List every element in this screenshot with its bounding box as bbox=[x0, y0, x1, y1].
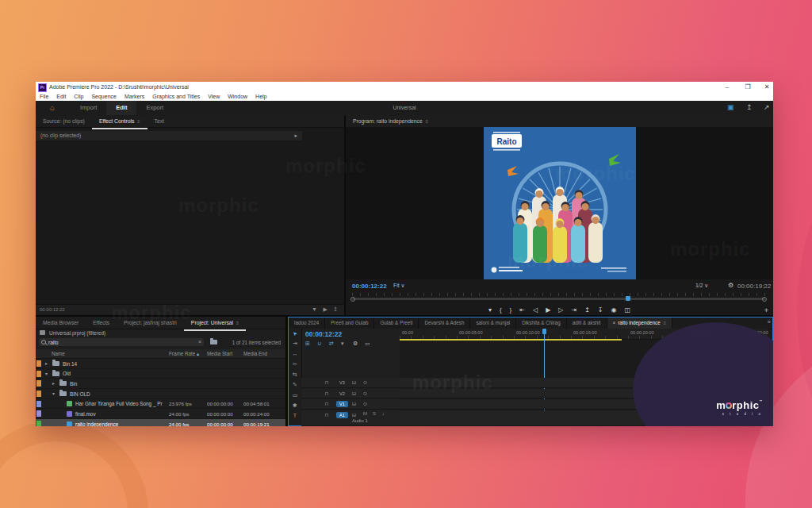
column-media-end[interactable]: Media End bbox=[243, 351, 267, 356]
label-color-swatch[interactable] bbox=[36, 371, 41, 377]
panel-menu-icon[interactable]: ≡ bbox=[661, 321, 666, 325]
search-input[interactable]: raito × bbox=[39, 338, 204, 346]
menu-help[interactable]: Help bbox=[251, 92, 270, 101]
sequence-tab-gulab-preeti[interactable]: Gulab & Preeti bbox=[374, 318, 419, 329]
zoom-level-dropdown[interactable]: Fit ∨ bbox=[393, 283, 404, 289]
toggle-output-icon[interactable]: ⊙ bbox=[363, 401, 367, 406]
lock-icon[interactable]: ⊓ bbox=[325, 379, 329, 385]
menu-edit[interactable]: Edit bbox=[52, 92, 70, 101]
column-name[interactable]: Name bbox=[52, 351, 65, 356]
new-bin-icon[interactable] bbox=[210, 340, 217, 344]
track-target-v3[interactable]: V3 bbox=[336, 379, 348, 386]
collapse-icon[interactable]: ▾ bbox=[45, 371, 48, 376]
timeline-settings-icon[interactable]: ⚙ bbox=[353, 341, 358, 347]
expand-arrow-icon[interactable]: ▸ bbox=[295, 131, 297, 140]
nest-sequence-icon[interactable]: ⊞ bbox=[305, 341, 310, 347]
menu-file[interactable]: File bbox=[36, 92, 52, 101]
label-color-swatch[interactable] bbox=[36, 410, 41, 417]
sequence-tab-saloni-munjal[interactable]: saloni & munjal bbox=[470, 318, 516, 329]
type-tool[interactable]: T bbox=[289, 413, 301, 418]
track-target-a1[interactable]: A1 bbox=[336, 412, 348, 418]
close-button[interactable]: ✕ bbox=[759, 82, 773, 92]
timeline-timecode[interactable]: 00:00:12:22 bbox=[305, 330, 342, 338]
sequence-tab-dikshita-chirag[interactable]: Dikshita & Chirag bbox=[516, 318, 567, 329]
menu-sequence[interactable]: Sequence bbox=[87, 92, 121, 101]
lock-icon[interactable]: ⊓ bbox=[325, 412, 329, 418]
tab-text[interactable]: Text bbox=[147, 115, 171, 127]
label-color-swatch[interactable] bbox=[36, 360, 41, 367]
tab-effects[interactable]: Effects bbox=[86, 317, 117, 329]
table-row-raito-independence[interactable]: raito independence24.00 fps00:00:00:0000… bbox=[36, 419, 285, 426]
quick-export-icon[interactable]: ↥ bbox=[746, 103, 753, 111]
table-row-bin-old[interactable]: ▾BIN OLD bbox=[36, 389, 285, 399]
menu-graphics-and-titles[interactable]: Graphics and Titles bbox=[148, 92, 204, 101]
program-timecode[interactable]: 00:00:12:22 bbox=[352, 283, 387, 290]
clear-search-icon[interactable]: × bbox=[198, 339, 201, 344]
slip-tool[interactable]: ⇆ bbox=[289, 371, 301, 378]
table-row-final-mov[interactable]: final.mov24.00 fps00:00:00:0000:00:24:00 bbox=[36, 409, 285, 419]
lock-icon[interactable]: ⊓ bbox=[325, 401, 329, 406]
label-color-swatch[interactable] bbox=[36, 401, 41, 407]
menu-clip[interactable]: Clip bbox=[70, 92, 87, 101]
solo-icon[interactable]: S bbox=[373, 411, 376, 416]
sequence-tab-aditi-akshit[interactable]: aditi & akshit bbox=[567, 318, 607, 329]
bin-name[interactable]: BIN OLD bbox=[70, 391, 90, 397]
panel-menu-icon[interactable]: ≡ bbox=[134, 119, 140, 124]
tab-source-no-clips[interactable]: Source: (no clips) bbox=[36, 115, 92, 127]
tab-media-browser[interactable]: Media Browser bbox=[36, 317, 86, 329]
panel-menu-icon[interactable]: ≡ bbox=[424, 119, 429, 124]
sequence-tab-preeti-and-gulab[interactable]: Preeti and Gulab bbox=[325, 318, 374, 329]
rectangle-tool[interactable]: ▭ bbox=[289, 392, 301, 398]
voiceover-icon[interactable]: ♩ bbox=[382, 411, 387, 416]
menu-window[interactable]: Window bbox=[224, 92, 251, 101]
tab-project-jashraj-shastri[interactable]: Project: jashraj shastri bbox=[117, 317, 184, 329]
table-row-har-ghar-tiranga-full-video-song-pr[interactable]: Har Ghar Tiranga Full Video Song _ Pr23.… bbox=[36, 399, 285, 410]
toggle-output-icon[interactable]: ⊙ bbox=[363, 391, 367, 396]
selection-tool[interactable]: ➤ bbox=[289, 327, 302, 341]
tab-effect-controls[interactable]: Effect Controls ≡ bbox=[92, 115, 147, 129]
sync-lock-icon[interactable]: ⊟ bbox=[352, 401, 356, 406]
column-media-start[interactable]: Media Start bbox=[207, 351, 232, 356]
quick-export-icon[interactable]: ↥ bbox=[333, 306, 338, 313]
menu-view[interactable]: View bbox=[204, 92, 224, 101]
track-target-v1[interactable]: V1 bbox=[336, 401, 348, 407]
track-select-tool[interactable]: ⇥ bbox=[289, 341, 301, 347]
column-frame-rate[interactable]: Frame Rate ▴ bbox=[169, 351, 199, 356]
track-target-v2[interactable]: V2 bbox=[336, 391, 348, 397]
scrubber-track[interactable] bbox=[352, 298, 765, 300]
playback-resolution-dropdown[interactable]: 1/2 ∨ bbox=[695, 283, 708, 289]
timeline-playhead-head[interactable] bbox=[542, 329, 546, 334]
minimize-button[interactable]: – bbox=[719, 82, 735, 92]
table-row-old[interactable]: ▾Old bbox=[36, 369, 285, 379]
expand-icon[interactable]: ▸ bbox=[45, 360, 48, 366]
program-scrubber[interactable] bbox=[346, 293, 773, 302]
table-row-bin-14[interactable]: ▸Bin 14 bbox=[36, 359, 285, 369]
tab-overflow-icon[interactable]: » bbox=[768, 318, 771, 325]
sequence-tab-devarshi-adesh[interactable]: Devarshi & Adesh bbox=[419, 318, 470, 329]
restore-button[interactable]: ❐ bbox=[740, 82, 756, 92]
program-playhead[interactable] bbox=[626, 296, 630, 301]
toggle-output-icon[interactable]: ⊙ bbox=[363, 379, 367, 385]
sync-lock-icon[interactable]: ⊟ bbox=[352, 391, 356, 396]
label-color-swatch[interactable] bbox=[36, 380, 41, 387]
expand-icon[interactable]: ▸ bbox=[52, 380, 55, 386]
sync-lock-icon[interactable]: ⊟ bbox=[352, 379, 356, 385]
snap-icon[interactable]: ∪ bbox=[317, 341, 321, 347]
table-row-bin[interactable]: ▸Bin bbox=[36, 379, 285, 389]
item-name[interactable]: final.mov bbox=[75, 411, 96, 417]
pen-tool[interactable]: ✎ bbox=[289, 382, 301, 388]
program-tab[interactable]: Program: raito independence ≡ bbox=[346, 115, 435, 128]
bin-name[interactable]: Bin bbox=[70, 381, 77, 387]
sequence-tab-raito-independence[interactable]: ×raito independence ≡ bbox=[607, 318, 672, 329]
play-audio-icon[interactable]: ▶ bbox=[324, 306, 327, 313]
item-name[interactable]: raito independence bbox=[75, 421, 118, 426]
razor-tool[interactable]: ✂ bbox=[289, 361, 301, 368]
label-color-swatch[interactable] bbox=[36, 421, 41, 426]
lock-icon[interactable]: ⊓ bbox=[325, 391, 329, 396]
panel-menu-icon[interactable]: ≡ bbox=[233, 321, 239, 325]
collapse-icon[interactable]: ▾ bbox=[52, 391, 55, 396]
item-name[interactable]: Har Ghar Tiranga Full Video Song _ Pr bbox=[75, 401, 163, 406]
linked-selection-icon[interactable]: ⇄ bbox=[329, 341, 334, 347]
sequence-tab-ladoo-2024[interactable]: ladoo 2024 bbox=[289, 318, 325, 329]
workspaces-icon[interactable]: ▣ bbox=[727, 103, 734, 111]
